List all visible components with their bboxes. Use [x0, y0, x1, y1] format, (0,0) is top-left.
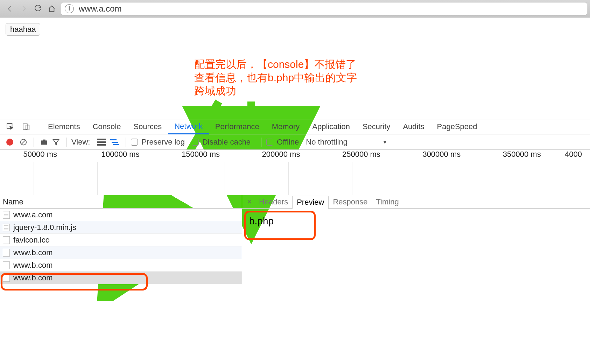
site-info-icon[interactable]: i: [65, 4, 74, 13]
devtools-tabs: ElementsConsoleSourcesNetworkPerformance…: [0, 119, 590, 134]
disable-cache-label: Disable cache: [202, 138, 251, 147]
timeline-tick: 250000 ms: [321, 150, 401, 162]
tab-security[interactable]: Security: [356, 119, 396, 134]
svg-rect-13: [112, 142, 118, 143]
reload-icon[interactable]: [31, 2, 45, 16]
svg-rect-10: [97, 141, 106, 143]
home-icon[interactable]: [45, 2, 59, 16]
tab-elements[interactable]: Elements: [42, 119, 86, 134]
throttling-value: No throttling: [306, 138, 347, 147]
request-name: www.b.com: [13, 248, 52, 257]
preview-content: b.php: [242, 209, 590, 234]
browser-nav-bar: i www.a.com: [0, 0, 590, 18]
network-toolbar: View: Preserve log Disable cache Offline…: [0, 134, 590, 150]
request-name: www.b.com: [13, 261, 52, 270]
timeline-tick: 150000 ms: [161, 150, 241, 162]
timeline-tick: 4000: [562, 150, 590, 162]
back-icon[interactable]: [3, 2, 17, 16]
inspect-icon[interactable]: [4, 121, 16, 133]
timeline-tick: 350000 ms: [482, 150, 562, 162]
timeline-tick: 100000 ms: [80, 150, 160, 162]
file-icon: [3, 236, 10, 244]
file-icon: [3, 211, 10, 219]
file-icon: [3, 274, 10, 282]
tab-performance[interactable]: Performance: [209, 119, 266, 134]
annotation-line: 查看信息，也有b.php中输出的文字: [194, 71, 357, 84]
address-bar[interactable]: i www.a.com: [61, 2, 587, 15]
request-row[interactable]: www.a.com: [0, 209, 242, 221]
preserve-log-checkbox[interactable]: [131, 139, 138, 146]
url-text: www.a.com: [79, 4, 122, 14]
clear-icon[interactable]: [18, 137, 29, 147]
annotation-text: 配置完以后，【console】不报错了 查看信息，也有b.php中输出的文字 跨…: [194, 58, 357, 98]
detail-tabs: × HeadersPreviewResponseTiming: [242, 195, 590, 209]
detail-tab-response[interactable]: Response: [329, 195, 372, 209]
request-list: Name www.a.comjquery-1.8.0.min.jsfavicon…: [0, 195, 242, 364]
svg-line-6: [21, 140, 26, 144]
file-icon: [3, 261, 10, 269]
offline-label: Offline: [277, 138, 299, 147]
timeline-tick: 200000 ms: [241, 150, 321, 162]
detail-tab-headers[interactable]: Headers: [255, 195, 292, 209]
timeline-tick: 50000 ms: [0, 150, 80, 162]
tab-console[interactable]: Console: [86, 119, 127, 134]
capture-screenshot-icon[interactable]: [39, 137, 49, 147]
close-icon[interactable]: ×: [244, 197, 255, 206]
request-name: www.a.com: [13, 210, 52, 219]
device-toggle-icon[interactable]: [20, 121, 32, 133]
request-row[interactable]: www.b.com: [0, 259, 242, 272]
chevron-down-icon: ▼: [382, 139, 387, 145]
name-column-header[interactable]: Name: [0, 195, 242, 209]
svg-rect-9: [97, 139, 106, 140]
detail-tab-preview[interactable]: Preview: [292, 196, 329, 209]
tab-pagespeed[interactable]: PageSpeed: [431, 119, 484, 134]
svg-rect-14: [113, 144, 119, 145]
request-detail: × HeadersPreviewResponseTiming b.php: [242, 195, 590, 364]
view-label: View:: [71, 138, 90, 147]
tab-memory[interactable]: Memory: [266, 119, 306, 134]
svg-rect-12: [110, 139, 117, 140]
filter-icon[interactable]: [51, 137, 61, 147]
offline-checkbox[interactable]: [266, 139, 273, 146]
devtools-panel: ElementsConsoleSourcesNetworkPerformance…: [0, 119, 590, 364]
large-rows-icon[interactable]: [97, 139, 106, 146]
svg-rect-7: [41, 140, 47, 145]
file-icon: [3, 224, 10, 231]
annotation-line: 跨域成功: [194, 84, 357, 98]
tab-network[interactable]: Network: [168, 119, 209, 134]
forward-icon[interactable]: [17, 2, 31, 16]
haahaa-button[interactable]: haahaa: [6, 23, 40, 36]
throttling-dropdown[interactable]: No throttling ▼: [306, 138, 387, 147]
waterfall-view-icon[interactable]: [110, 139, 119, 146]
svg-rect-11: [97, 144, 106, 146]
tab-audits[interactable]: Audits: [396, 119, 430, 134]
record-icon[interactable]: [6, 139, 13, 146]
request-row[interactable]: favicon.ico: [0, 234, 242, 246]
request-row[interactable]: www.b.com: [0, 246, 242, 259]
request-name: www.b.com: [13, 273, 52, 282]
request-name: jquery-1.8.0.min.js: [13, 223, 76, 232]
svg-rect-8: [43, 139, 45, 141]
network-body: Name www.a.comjquery-1.8.0.min.jsfavicon…: [0, 195, 590, 364]
preserve-log-label: Preserve log: [141, 138, 185, 147]
tab-sources[interactable]: Sources: [127, 119, 168, 134]
request-row[interactable]: jquery-1.8.0.min.js: [0, 221, 242, 234]
tab-application[interactable]: Application: [306, 119, 356, 134]
network-timeline[interactable]: 50000 ms100000 ms150000 ms200000 ms25000…: [0, 150, 590, 195]
disable-cache-checkbox[interactable]: [192, 139, 199, 146]
file-icon: [3, 249, 10, 257]
timeline-tick: 300000 ms: [401, 150, 482, 162]
annotation-line: 配置完以后，【console】不报错了: [194, 58, 357, 71]
request-row[interactable]: www.b.com: [0, 272, 242, 284]
request-name: favicon.ico: [13, 236, 50, 245]
svg-rect-3: [23, 124, 27, 130]
detail-tab-timing[interactable]: Timing: [372, 195, 403, 209]
